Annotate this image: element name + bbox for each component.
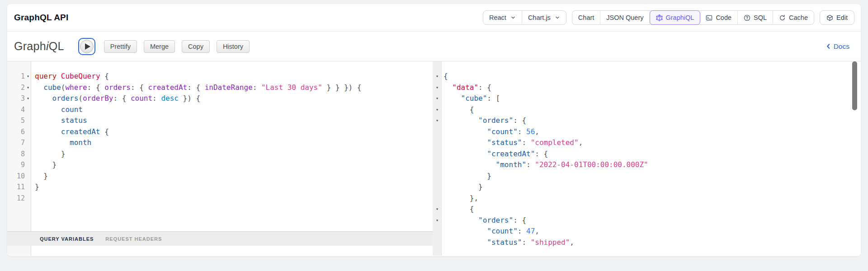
result-code-line: "count": 47, — [433, 226, 861, 237]
query-variables-tab[interactable]: QUERY VARIABLES — [40, 236, 94, 242]
tab-json-query[interactable]: JSON Query — [600, 11, 650, 24]
query-code-line[interactable]: 12 — [7, 193, 433, 204]
fold-spacer — [433, 126, 442, 138]
query-code-line[interactable]: 11} — [7, 182, 433, 193]
query-code-line[interactable]: 4 count — [7, 104, 433, 116]
result-code-line: "status": "shipped", — [433, 237, 861, 248]
line-number: 5 — [7, 115, 25, 126]
result-code-line: ▾{ — [433, 71, 861, 82]
docs-link[interactable]: Docs — [826, 42, 849, 51]
fold-spacer — [25, 149, 31, 160]
chevron-left-icon — [826, 43, 831, 49]
line-number: 2 — [7, 82, 25, 93]
line-number: 12 — [7, 193, 25, 204]
result-code-line: } — [433, 171, 861, 182]
header-controls: React Chart.js Chart JSON Query — [483, 10, 854, 25]
fold-spacer — [433, 149, 442, 160]
fold-spacer — [25, 126, 31, 138]
fold-spacer — [25, 115, 31, 126]
fold-spacer — [25, 171, 31, 182]
code-text: "orders": { — [443, 115, 526, 126]
code-text: "createdAt": { — [443, 149, 548, 160]
fold-arrow-icon[interactable]: ▾ — [25, 82, 31, 93]
execute-query-button[interactable] — [78, 38, 95, 55]
fold-arrow-icon[interactable]: ▾ — [433, 93, 442, 104]
code-text: } — [35, 182, 39, 193]
line-number: 10 — [7, 171, 25, 182]
fold-arrow-icon[interactable]: ▾ — [433, 115, 442, 126]
query-code-line[interactable]: 3▾ orders(orderBy: { count: desc }) { — [7, 93, 433, 104]
result-code-line: ▾ "cube": [ — [433, 93, 861, 104]
code-text: { — [443, 71, 448, 82]
result-code-line: "status": "completed", — [433, 137, 861, 149]
query-code-line[interactable]: 8 } — [7, 149, 433, 160]
result-code-line: ▾ "data": { — [433, 82, 861, 93]
graphql-icon — [656, 14, 663, 21]
result-code-line: "count": 56, — [433, 126, 861, 138]
fold-arrow-icon[interactable]: ▾ — [433, 215, 442, 226]
code-text: count — [35, 104, 83, 116]
tab-chart[interactable]: Chart — [572, 11, 600, 24]
tab-sql[interactable]: SQL — [738, 11, 773, 24]
prettify-button[interactable]: Prettify — [104, 40, 137, 53]
fold-spacer — [25, 182, 31, 193]
query-code-line[interactable]: 10 } — [7, 171, 433, 182]
fold-arrow-icon[interactable]: ▾ — [433, 71, 442, 82]
fold-arrow-icon[interactable]: ▾ — [25, 93, 31, 104]
query-code-line[interactable]: 5 status — [7, 115, 433, 126]
query-editor-pane: 1▾query CubeQuery {2▾ cube(where: { orde… — [7, 61, 433, 256]
result-code-line: "createdAt": { — [433, 149, 861, 160]
fold-spacer — [433, 159, 442, 171]
line-number: 1 — [7, 71, 25, 82]
fold-arrow-icon[interactable]: ▾ — [25, 71, 31, 82]
copy-button[interactable]: Copy — [182, 40, 210, 53]
library-select[interactable]: Chart.js — [522, 11, 566, 24]
edit-button[interactable]: Edit — [820, 10, 854, 25]
fold-spacer — [25, 193, 31, 204]
chevron-down-icon — [510, 15, 516, 20]
code-text: "orders": { — [443, 215, 526, 226]
result-viewer-pane: ▾{▾ "data": {▾ "cube": [▾ {▾ "orders": {… — [433, 61, 861, 256]
graphiql-toolbar: GraphiQL Prettify Merge Copy History Doc… — [7, 32, 861, 61]
graphiql-logo: GraphiQL — [14, 40, 64, 53]
query-code-line[interactable]: 1▾query CubeQuery { — [7, 71, 433, 82]
query-code-line[interactable]: 9 } — [7, 159, 433, 171]
query-code-line[interactable]: 6 createdAt { — [7, 126, 433, 138]
query-code-line[interactable]: 2▾ cube(where: { orders: { createdAt: { … — [7, 82, 433, 93]
tab-cache[interactable]: Cache — [773, 11, 814, 24]
terminal-icon — [706, 14, 712, 21]
code-text: "count": 47, — [443, 226, 539, 237]
fold-arrow-icon[interactable]: ▾ — [433, 104, 442, 116]
code-text: "count": 56, — [443, 126, 539, 138]
code-text: createdAt { — [35, 126, 109, 138]
query-editor[interactable]: 1▾query CubeQuery {2▾ cube(where: { orde… — [7, 61, 433, 231]
framework-select[interactable]: React — [483, 11, 522, 24]
fold-spacer — [433, 137, 442, 149]
merge-button[interactable]: Merge — [144, 40, 175, 53]
query-code-line[interactable]: 7 month — [7, 137, 433, 149]
result-code-line: ▾ { — [433, 204, 861, 215]
request-headers-tab[interactable]: REQUEST HEADERS — [105, 236, 162, 242]
result-code-line: ▾ { — [433, 104, 861, 116]
result-scrollbar-thumb[interactable] — [852, 61, 857, 110]
result-viewer: ▾{▾ "data": {▾ "cube": [▾ {▾ "orders": {… — [433, 61, 861, 256]
fold-spacer — [25, 104, 31, 116]
framework-select-value: React — [489, 14, 506, 21]
library-select-value: Chart.js — [528, 14, 551, 21]
fold-arrow-icon[interactable]: ▾ — [433, 204, 442, 215]
variables-bar: QUERY VARIABLES REQUEST HEADERS — [7, 231, 433, 246]
fold-arrow-icon[interactable]: ▾ — [433, 82, 442, 93]
code-text: status — [35, 115, 87, 126]
graphiql-workspace: 1▾query CubeQuery {2▾ cube(where: { orde… — [7, 61, 861, 256]
tab-code[interactable]: Code — [700, 11, 738, 24]
code-text: cube(where: { orders: { createdAt: { inD… — [35, 82, 362, 93]
history-button[interactable]: History — [217, 40, 250, 53]
code-text: } — [443, 182, 483, 193]
tab-graphiql[interactable]: GraphiQL — [650, 10, 701, 25]
line-number: 9 — [7, 159, 25, 171]
fold-spacer — [433, 226, 442, 237]
code-text: "month": "2022-04-01T00:00:00.000Z" — [443, 159, 648, 171]
code-text: orders(orderBy: { count: desc }) { — [35, 93, 200, 104]
code-text: } — [443, 171, 491, 182]
line-number: 8 — [7, 149, 25, 160]
